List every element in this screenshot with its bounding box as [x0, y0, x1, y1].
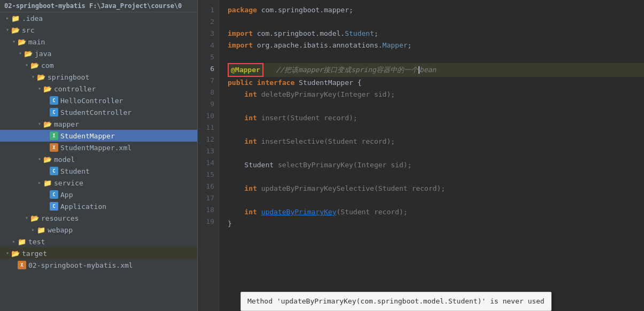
method-update-selective: updateByPrimaryKeySelective(Student reco…	[261, 183, 445, 195]
line-num-6: 6	[198, 63, 219, 75]
line-num-17: 17	[198, 192, 219, 204]
sidebar-item-controller[interactable]: 📂 controller	[0, 83, 197, 95]
sidebar-item-label: resources	[41, 214, 79, 222]
sidebar-item-test[interactable]: 📁 test	[0, 236, 197, 247]
sidebar-item-mapper[interactable]: 📂 mapper	[0, 118, 197, 130]
annotation-mapper: @Mapper	[228, 63, 263, 77]
code-text: org.apache.ibatis.annotations.	[257, 40, 383, 51]
chevron-resources-icon	[24, 215, 30, 221]
line-num-2: 2	[198, 16, 219, 28]
line-num-9: 9	[198, 98, 219, 110]
chevron-controller-icon	[36, 85, 43, 92]
sidebar-item-label: service	[54, 179, 83, 187]
line-num-12: 12	[198, 134, 219, 145]
sidebar-item-label: 02-springboot-mybatis.xml	[28, 261, 133, 269]
line-num-10: 10	[198, 110, 219, 122]
code-line-8: int deleteByPrimaryKey(Integer sid);	[228, 89, 644, 100]
line-num-16: 16	[198, 181, 219, 192]
interface-student-mapper-icon: I	[49, 131, 59, 141]
folder-resources-icon: 📂	[30, 213, 40, 223]
sidebar-item-student-mapper-xml[interactable]: X StudentMapper.xml	[0, 142, 197, 153]
sidebar-item-idea[interactable]: 📁 .idea	[0, 12, 197, 24]
chevron-java-icon	[17, 50, 24, 57]
sidebar-item-springboot-xml[interactable]: X 02-springboot-mybatis.xml	[0, 259, 197, 271]
folder-controller-icon: 📂	[43, 84, 52, 94]
sidebar-item-label: src	[22, 26, 34, 34]
sidebar-item-com[interactable]: 📂 com	[0, 59, 197, 71]
sidebar-item-label: .idea	[22, 14, 43, 22]
line-numbers: 1 2 3 4 5 6 7 8 9 10 11 12 13 14 15 16 1…	[198, 0, 219, 311]
code-line-18: int updateByPrimaryKey(Student record);	[228, 206, 644, 218]
sidebar-item-hello-controller[interactable]: C HelloController	[0, 95, 197, 106]
line-num-3: 3	[198, 28, 219, 40]
code-line-2	[228, 16, 644, 28]
sidebar-item-label: java	[35, 50, 51, 58]
sidebar-item-label: HelloController	[60, 97, 123, 105]
chevron-webapp-icon	[30, 227, 36, 233]
code-line-16: int updateByPrimaryKeySelective(Student …	[228, 183, 644, 195]
keyword-import2: import	[228, 40, 253, 51]
sidebar-item-label: StudentMapper	[60, 132, 115, 140]
class-app-icon: C	[49, 190, 59, 199]
tooltip-message: Method 'updateByPrimaryKey(com.springboo…	[240, 292, 552, 311]
code-line-17	[228, 195, 644, 206]
code-line-19: }	[228, 218, 644, 230]
sidebar: 02-springboot-mybatis F:\Java_Project\co…	[0, 0, 198, 311]
line-num-15: 15	[198, 169, 219, 181]
sidebar-item-label: Student	[60, 167, 90, 175]
sidebar-item-service[interactable]: 📁 service	[0, 177, 197, 189]
sidebar-item-springboot[interactable]: 📂 springboot	[0, 71, 197, 83]
chevron-idea-icon	[4, 15, 11, 21]
chevron-service-icon	[36, 180, 43, 186]
keyword-int-8: int	[244, 89, 257, 100]
sidebar-item-resources[interactable]: 📂 resources	[0, 212, 197, 224]
line-num-13: 13	[198, 145, 219, 157]
sidebar-item-label: StudentMapper.xml	[60, 144, 131, 152]
code-area[interactable]: package com.springboot.mapper; import co…	[219, 0, 644, 311]
keyword-int-16: int	[244, 183, 257, 195]
chevron-test-icon	[11, 238, 17, 245]
sidebar-item-student[interactable]: C Student	[0, 165, 197, 177]
line-num-5: 5	[198, 51, 219, 63]
sidebar-item-label: main	[28, 38, 45, 46]
method-insert: insert(Student record);	[261, 112, 358, 124]
sidebar-item-src[interactable]: 📂 src	[0, 24, 197, 36]
class-ref-mapper: Mapper	[383, 40, 408, 51]
sidebar-item-student-mapper[interactable]: I StudentMapper	[0, 130, 197, 142]
sidebar-item-application[interactable]: C Application	[0, 200, 197, 212]
folder-src-icon: 📂	[11, 25, 20, 35]
code-line-5	[228, 51, 644, 63]
code-text: com.springboot.mapper;	[261, 4, 353, 16]
class-ref-student: Student	[345, 28, 374, 40]
folder-target-icon: 📂	[11, 248, 20, 258]
sidebar-item-label: webapp	[48, 226, 73, 234]
folder-mapper-icon: 📂	[43, 119, 52, 129]
folder-com-icon: 📂	[30, 60, 40, 70]
sidebar-item-label: com	[41, 61, 53, 69]
sidebar-item-label: StudentController	[60, 108, 131, 116]
sidebar-item-main[interactable]: 📂 main	[0, 36, 197, 48]
folder-springboot-icon: 📂	[36, 72, 46, 82]
chevron-com-icon	[24, 62, 30, 68]
sidebar-item-label: springboot	[48, 73, 89, 81]
keyword-import: import	[228, 28, 253, 40]
sidebar-item-student-controller[interactable]: C StudentController	[0, 106, 197, 118]
method-update-link[interactable]: updateByPrimaryKey	[261, 206, 337, 218]
sidebar-item-target[interactable]: 📂 target	[0, 247, 197, 259]
sidebar-item-java[interactable]: 📂 java	[0, 48, 197, 59]
chevron-model-icon	[36, 156, 43, 162]
sidebar-item-label: test	[28, 238, 45, 246]
line-num-7: 7	[198, 75, 219, 87]
code-text: ;	[374, 28, 378, 40]
keyword-interface: interface	[257, 77, 294, 89]
keyword-int-10: int	[244, 112, 257, 124]
line-num-11: 11	[198, 122, 219, 134]
sidebar-item-app[interactable]: C App	[0, 189, 197, 200]
sidebar-item-model[interactable]: 📂 model	[0, 153, 197, 165]
line-num-18: 18	[198, 204, 219, 216]
sidebar-item-label: Application	[60, 203, 106, 211]
xml-mapper-icon: X	[49, 143, 59, 152]
class-student-icon: C	[49, 166, 59, 176]
sidebar-item-webapp[interactable]: 📁 webapp	[0, 224, 197, 236]
method-delete: deleteByPrimaryKey(Integer sid);	[261, 89, 395, 100]
